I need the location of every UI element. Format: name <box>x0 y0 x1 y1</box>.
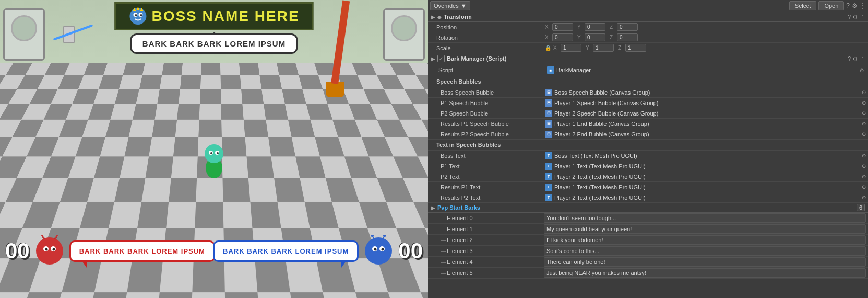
element-label-0: Element 0 <box>445 214 544 222</box>
position-y-field[interactable]: 0 <box>585 23 605 31</box>
element-dash-0: — <box>441 215 445 221</box>
results-p1-speech-bubble-label: Results P1 Speech Bubble <box>428 120 543 128</box>
p1-text-target-icon[interactable]: ⊙ <box>862 163 866 169</box>
scale-x-field[interactable]: 1 <box>561 44 581 52</box>
script-name: BarkManager <box>556 67 591 73</box>
boss-bubble-target-icon[interactable]: ⊙ <box>862 89 866 95</box>
element-value-2[interactable]: I'll kick your abdomen! <box>544 235 866 245</box>
speech-bubbles-category: Speech Bubbles <box>428 76 868 87</box>
bark-manager-enabled-checkbox[interactable] <box>437 55 445 62</box>
select-button[interactable]: Select <box>789 1 817 10</box>
element-value-3[interactable]: So it's come to this... <box>544 246 866 256</box>
boss-speech-bubble-row: Boss Speech Bubble ⊞ Boss Speech Bubble … <box>428 87 868 98</box>
p1-bubble-target-icon[interactable]: ⊙ <box>862 100 866 106</box>
bark-manager-question-icon[interactable]: ? <box>848 56 851 62</box>
rotation-z-label: Z <box>610 35 616 40</box>
position-x-label: X <box>545 24 551 30</box>
results-p2-text-target-icon[interactable]: ⊙ <box>862 194 866 200</box>
element-dash-3: — <box>441 248 445 254</box>
overrides-dropdown[interactable]: Overrides ▼ <box>430 1 470 10</box>
broom <box>326 0 344 97</box>
player1-speech-bubble: BARK BARK BARK LOREM IPSUM <box>69 240 215 262</box>
script-target-icon[interactable]: ⊙ <box>860 67 864 73</box>
scale-lock-icon[interactable]: 🔒 <box>545 45 551 51</box>
svg-point-4 <box>210 152 212 154</box>
transform-section-icons: ? ⚙ ⋮ <box>848 14 865 20</box>
p2-bubble-target-icon[interactable]: ⊙ <box>862 110 866 116</box>
player2-area: BARK BARK BARK LOREM IPSUM 00 <box>213 235 423 267</box>
text-in-speech-bubbles-category: Text in Speech Bubbles <box>428 140 868 151</box>
p1-speech-bubble-label: P1 Speech Bubble <box>428 99 543 107</box>
inspector-toolbar: Overrides ▼ Select Open ? ⚙ ⋮ <box>428 0 868 12</box>
canvas-group-icon-5: ⊞ <box>545 131 552 138</box>
p1-speech-bubble-value: ⊞ Player 1 Speech Bubble (Canvas Group) … <box>543 98 868 108</box>
element-label-4: Element 4 <box>445 258 544 266</box>
element-value-1[interactable]: My queen could beat your queen! <box>544 224 866 234</box>
settings-icon[interactable]: ⚙ <box>852 2 858 9</box>
bark-manager-section-icons: ? ⚙ ⋮ <box>848 56 865 62</box>
rotation-y-field[interactable]: 0 <box>585 33 605 41</box>
open-button[interactable]: Open <box>818 1 844 10</box>
transform-question-icon[interactable]: ? <box>848 14 851 20</box>
element-label-2: Element 2 <box>445 236 544 244</box>
element-value-4[interactable]: There can only be one! <box>544 257 866 267</box>
results-p2-bubble-target-icon[interactable]: ⊙ <box>862 131 866 137</box>
svg-point-9 <box>135 14 137 16</box>
boss-speech-bubble-value: ⊞ Boss Speech Bubble (Canvas Group) ⊙ <box>543 88 868 97</box>
results-p1-speech-bubble-value: ⊞ Player 1 End Bubble (Canvas Group) ⊙ <box>543 119 868 129</box>
results-p1-speech-bubble-row: Results P1 Speech Bubble ⊞ Player 1 End … <box>428 119 868 129</box>
results-p1-bubble-target-icon[interactable]: ⊙ <box>862 121 866 127</box>
player2-character <box>363 235 394 267</box>
elements-container: — Element 0 You don't seem too tough... … <box>428 213 868 279</box>
question-icon[interactable]: ? <box>846 2 850 9</box>
p2-speech-bubble-value: ⊞ Player 2 Speech Bubble (Canvas Group) … <box>543 109 868 118</box>
element-row-4: — Element 4 There can only be one! <box>428 257 868 268</box>
position-z-field[interactable]: 0 <box>617 23 638 31</box>
position-x-field[interactable]: 0 <box>552 23 573 31</box>
bark-manager-fold-icon: ▶ <box>431 56 435 62</box>
element-value-5[interactable]: Just being NEAR you makes me antsy! <box>544 268 866 278</box>
bark-manager-settings-icon[interactable]: ⚙ <box>853 56 858 62</box>
element-dash-2: — <box>441 237 445 243</box>
transform-settings-icon[interactable]: ⚙ <box>853 14 858 20</box>
results-p1-text-label: Results P1 Text <box>428 183 543 191</box>
element-dash-5: — <box>441 270 445 276</box>
transform-fold-icon: ▶ <box>431 14 435 20</box>
pvp-barks-header[interactable]: ▶ Pvp Start Barks 6 <box>428 203 868 213</box>
transform-section-header[interactable]: ▶ ◆ Transform ? ⚙ ⋮ <box>428 12 868 22</box>
rotation-y-label: Y <box>577 35 584 40</box>
results-p2-text-value: T Player 2 Text (Text Mesh Pro UGUI) ⊙ <box>543 193 868 202</box>
boss-name-banner: BOSS NAME HERE <box>114 2 313 30</box>
bark-manager-section-header[interactable]: ▶ Bark Manager (Script) ? ⚙ ⋮ <box>428 53 868 64</box>
rotation-label: Rotation <box>428 33 543 42</box>
game-viewport: BOSS NAME HERE BARK BARK BARK LOREM IPSU… <box>0 0 428 298</box>
svg-point-1 <box>205 144 223 163</box>
p1-text-row: P1 Text T Player 1 Text (Text Mesh Pro U… <box>428 161 868 171</box>
results-p2-speech-bubble-label: Results P2 Speech Bubble <box>428 130 543 139</box>
boss-text-label: Boss Text <box>428 152 543 160</box>
player1-score: 00 <box>5 240 30 262</box>
text-mesh-icon-3: T <box>545 173 552 180</box>
svg-point-29 <box>382 248 384 251</box>
svg-point-10 <box>140 14 142 16</box>
boss-text-target-icon[interactable]: ⊙ <box>862 153 866 158</box>
pvp-barks-label: Pvp Start Barks <box>437 204 480 211</box>
boss-text-value: T Boss Text (Text Mesh Pro UGUI) ⊙ <box>543 151 868 161</box>
scale-y-field[interactable]: 1 <box>593 44 614 52</box>
bark-manager-more-icon[interactable]: ⋮ <box>860 56 865 62</box>
rotation-z-field[interactable]: 0 <box>617 33 638 41</box>
rotation-x-field[interactable]: 0 <box>552 33 573 41</box>
scale-z-field[interactable]: 1 <box>625 44 646 52</box>
results-p2-speech-bubble-row: Results P2 Speech Bubble ⊞ Player 2 End … <box>428 129 868 140</box>
p2-text-target-icon[interactable]: ⊙ <box>862 174 866 179</box>
canvas-group-icon-2: ⊞ <box>545 99 552 107</box>
results-p2-text-row: Results P2 Text T Player 2 Text (Text Me… <box>428 192 868 203</box>
results-p1-text-target-icon[interactable]: ⊙ <box>862 184 866 190</box>
overrides-label: Overrides <box>434 3 459 9</box>
boss-area: BOSS NAME HERE BARK BARK BARK LOREM IPSU… <box>114 0 313 54</box>
script-ref: ■ BarkManager <box>547 66 591 74</box>
scale-label: Scale <box>428 44 543 52</box>
more-icon[interactable]: ⋮ <box>860 2 866 9</box>
element-value-0[interactable]: You don't seem too tough... <box>544 213 866 223</box>
transform-more-icon[interactable]: ⋮ <box>860 14 865 20</box>
